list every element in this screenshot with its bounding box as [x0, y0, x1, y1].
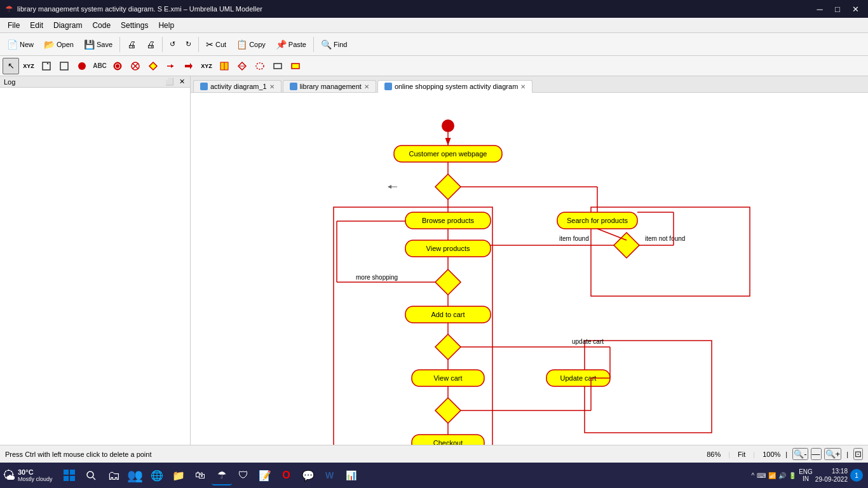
thick-arrow-tool[interactable] [180, 58, 197, 74]
yellow-rect-tool[interactable] [287, 58, 304, 74]
find-button[interactable]: 🔍 Find [316, 37, 351, 52]
tab-close-activity[interactable]: ✕ [269, 83, 275, 90]
zoom-100: 100% [763, 451, 780, 458]
menu-edit[interactable]: Edit [25, 20, 48, 31]
taskbar-explorer[interactable]: 📁 [168, 465, 189, 485]
xyz-tool[interactable]: XYZ [20, 58, 37, 74]
taskbar-search[interactable] [81, 465, 101, 485]
label-open-webpage: Customer open webpage [409, 150, 487, 158]
log-close-button[interactable]: ✕ [178, 78, 186, 86]
tray-keyboard[interactable]: ⌨ [757, 472, 766, 479]
maximize-button[interactable]: □ [830, 3, 845, 15]
swimlane-tool[interactable] [216, 58, 233, 74]
taskbar-opera[interactable]: O [276, 465, 297, 485]
interface-tool[interactable] [56, 58, 72, 74]
label-item-not-found: item not found [645, 235, 685, 242]
taskbar-teams[interactable]: 👥 [125, 465, 146, 485]
diamond-3[interactable] [435, 334, 461, 360]
zoom-in-button[interactable]: 🔍+ [824, 448, 842, 460]
zoom-out-button[interactable]: 🔍- [792, 448, 808, 460]
svg-marker-9 [149, 62, 157, 70]
tray-eng: ENG [799, 468, 813, 475]
draw-toolbar: ↖ XYZ ABC XYZ [0, 56, 868, 76]
app-title: library management system activity diagr… [17, 5, 262, 13]
log-expand-button[interactable]: ⬜ [164, 78, 175, 86]
start-tool[interactable] [74, 58, 90, 74]
arrow-tool[interactable] [163, 58, 179, 74]
taskbar-clock[interactable]: 13:18 29-09-2022 [815, 467, 848, 484]
label-view-cart: View cart [433, 374, 462, 382]
diamond-1[interactable] [435, 174, 461, 200]
paste-button[interactable]: 📌 Paste [271, 37, 311, 52]
loop-tool[interactable] [252, 58, 268, 74]
taskbar-edge[interactable]: 🌐 [147, 465, 167, 485]
svg-point-2 [78, 62, 86, 70]
tab-online-shopping[interactable]: online shopping system activity diagram … [377, 80, 532, 93]
minimize-button[interactable]: ─ [812, 3, 827, 15]
tab-activity-diagram[interactable]: activity diagram_1 ✕ [193, 80, 281, 92]
open-button[interactable]: 📂 Open [39, 37, 78, 52]
diamond-2[interactable] [435, 269, 461, 295]
new-button[interactable]: 📄 New [3, 37, 38, 52]
start-button[interactable] [58, 465, 81, 485]
taskbar-word[interactable]: W [320, 465, 340, 485]
close-button[interactable]: ✕ [848, 3, 863, 15]
weather-info: 30°C Mostly cloudy [18, 468, 53, 482]
taskbar-store[interactable]: 🛍 [190, 465, 210, 485]
zoom-sep2: | [785, 451, 787, 458]
notification-badge[interactable]: 1 [850, 469, 863, 482]
taskbar-office[interactable]: 📊 [341, 465, 362, 485]
title-bar: ☂ library management system activity dia… [0, 0, 868, 18]
note-tool[interactable] [38, 58, 55, 74]
save-button[interactable]: 💾 Save [79, 37, 117, 52]
tab-close-library[interactable]: ✕ [364, 83, 369, 90]
menu-file[interactable]: File [3, 20, 25, 31]
separator-4 [313, 37, 314, 52]
menu-code[interactable]: Code [87, 20, 116, 31]
tray-battery[interactable]: 🔋 [789, 472, 796, 479]
cross-tool[interactable] [127, 58, 144, 74]
tab-close-online[interactable]: ✕ [520, 83, 526, 90]
cut-button[interactable]: ✂ Cut [201, 37, 231, 52]
diagram-canvas[interactable]: Customer open webpage Browse products Se… [191, 93, 868, 445]
redo-button[interactable]: ↻ [181, 37, 196, 51]
menu-help[interactable]: Help [153, 20, 179, 31]
select-tool[interactable]: ↖ [3, 58, 19, 74]
copy-icon: 📋 [236, 39, 247, 50]
svg-line-27 [93, 477, 95, 480]
taskbar-notes[interactable]: 📝 [255, 465, 275, 485]
merge-tool[interactable] [234, 58, 250, 74]
zoom-slider[interactable]: — [811, 448, 822, 460]
copy-button[interactable]: 📋 Copy [232, 37, 270, 52]
rect-tool[interactable] [269, 58, 286, 74]
taskbar-antivirus[interactable]: 🛡 [233, 465, 254, 485]
tray-chevron[interactable]: ^ [751, 472, 754, 479]
tab-icon-activity [200, 83, 208, 90]
undo-button[interactable]: ↺ [165, 37, 180, 51]
fit-button[interactable]: ⊡ [853, 448, 863, 460]
menu-settings[interactable]: Settings [116, 20, 153, 31]
tab-library-management[interactable]: library management ✕ [283, 80, 376, 92]
diamond-tool[interactable] [145, 58, 161, 74]
diamond-4[interactable] [435, 398, 461, 423]
taskbar-files[interactable]: 🗂 [104, 465, 124, 485]
xyz2-tool[interactable]: XYZ [198, 58, 215, 74]
fit-label[interactable]: Fit [738, 451, 745, 458]
tray-wifi[interactable]: 📶 [768, 472, 776, 479]
open-icon: 📂 [44, 39, 55, 50]
paste-icon: 📌 [276, 39, 287, 50]
taskbar-umbrella[interactable]: ☂ [212, 465, 232, 485]
log-title: Log [4, 78, 15, 86]
log-header: Log ⬜ ✕ [0, 76, 190, 88]
main-area: Log ⬜ ✕ activity diagram_1 ✕ library man… [0, 76, 868, 445]
label-update-cart: update cart [572, 338, 604, 345]
print-button[interactable]: 🖨 [123, 37, 140, 52]
tray-volume[interactable]: 🔊 [778, 472, 786, 479]
abc-tool[interactable]: ABC [92, 58, 108, 74]
print2-button[interactable]: 🖨 [142, 37, 159, 52]
canvas-area: activity diagram_1 ✕ library management … [191, 76, 868, 445]
label-view-products: View products [426, 245, 470, 252]
taskbar-whatsapp[interactable]: 💬 [298, 465, 318, 485]
end-tool[interactable] [109, 58, 126, 74]
menu-diagram[interactable]: Diagram [48, 20, 87, 31]
